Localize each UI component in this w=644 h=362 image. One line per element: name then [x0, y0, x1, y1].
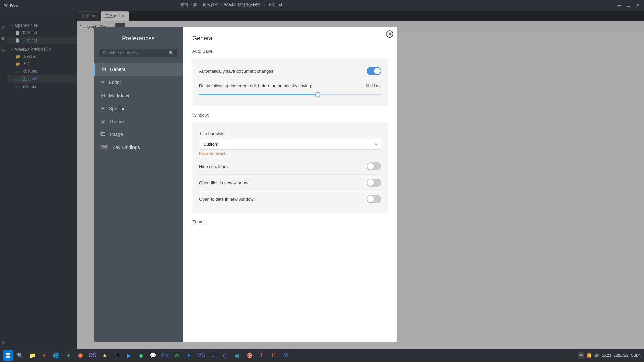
open-folders-toggle[interactable]: [367, 195, 381, 203]
spelling-icon: ✦: [101, 105, 105, 112]
pref-nav-editor[interactable]: ✏ Editor: [94, 76, 183, 89]
delay-slider-track: [199, 94, 381, 95]
windows-start-button[interactable]: [3, 350, 13, 361]
pref-nav-markdown[interactable]: ⊟ Markdown: [94, 89, 183, 102]
open-files-row: Open files in new window:: [199, 175, 381, 191]
taskbar-orange-icon[interactable]: ⬟: [75, 350, 86, 361]
open-folders-toggle-knob: [367, 196, 374, 202]
theme-icon: ◎: [101, 118, 105, 125]
title-bar-controls: ─ ▭ ✕: [618, 3, 640, 8]
search-input[interactable]: [103, 51, 166, 55]
breadcrumb-sep-1: ›: [199, 3, 201, 7]
taskbar: 🔍 📁 ● 🌐 ✦ ⬟ DS ★ 🗂 ▶ ◆ 💬 Ps W e VS J ⬡ ◉…: [0, 349, 644, 362]
preferences-title: Preferences: [94, 35, 183, 42]
open-files-toggle[interactable]: [367, 179, 381, 187]
pref-nav-image-label: Image: [110, 132, 123, 137]
breadcrumb-sep-3: ›: [264, 3, 265, 7]
titlebar-style-label: Title bar style:: [199, 131, 226, 136]
taskbar-ds-icon[interactable]: DS: [87, 350, 98, 361]
taskbar-network-icon: 📶: [587, 353, 592, 358]
taskbar-last-icon[interactable]: M: [280, 350, 291, 361]
window-section-label: Window:: [192, 113, 388, 118]
breadcrumb-item-1: 软件工程: [181, 2, 197, 8]
pref-nav-theme[interactable]: ◎ Theme: [94, 115, 183, 128]
open-folders-label: Open folders in new window:: [199, 197, 255, 202]
maximize-button[interactable]: ▭: [626, 3, 631, 8]
delay-slider-thumb[interactable]: [315, 92, 320, 97]
close-button[interactable]: ✕: [636, 3, 640, 8]
breadcrumb: 软件工程 › 博客作业 › Week2-软件案例分析 › 正文.md: [181, 2, 282, 8]
auto-save-row: Automatically save document changes:: [199, 63, 381, 79]
taskbar-ps-icon[interactable]: Ps: [160, 350, 170, 361]
image-icon: 🖼: [101, 131, 106, 137]
delay-slider-container[interactable]: [199, 91, 381, 97]
markdown-icon: ⊟: [101, 92, 105, 99]
breadcrumb-item-4: 正文.md: [267, 2, 282, 8]
breadcrumb-sep-2: ›: [221, 3, 222, 7]
pref-nav-keybindings[interactable]: ⌨ Key Bindings: [94, 141, 183, 154]
hide-scrollbars-row: Hide scrollbars:: [199, 158, 381, 175]
delay-label: Delay following document edit before aut…: [199, 83, 312, 88]
taskbar-edge-icon[interactable]: e: [184, 350, 195, 361]
taskbar-vs-icon[interactable]: VS: [196, 350, 207, 361]
pref-nav-image[interactable]: 🖼 Image: [94, 128, 183, 141]
taskbar-files-icon[interactable]: 📁: [27, 350, 38, 361]
auto-save-card: Automatically save document changes: Del…: [192, 58, 388, 106]
taskbar-right: 中 📶 🔊 15:23 2021/3/2 CSDN: [578, 352, 641, 359]
hide-scrollbars-toggle-knob: [367, 163, 374, 170]
auto-save-toggle[interactable]: [367, 67, 381, 75]
keybindings-icon: ⌨: [101, 144, 108, 150]
general-panel-title: General: [192, 35, 388, 42]
auto-save-section-label: Auto Save:: [192, 49, 388, 54]
taskbar-word-icon[interactable]: W: [172, 350, 182, 361]
taskbar-yellow-icon[interactable]: ★: [99, 350, 110, 361]
title-bar-left: W 4905: [4, 3, 18, 8]
taskbar-folder2-icon[interactable]: 🗂: [111, 350, 122, 361]
taskbar-pycharm-icon[interactable]: ▶: [123, 350, 134, 361]
general-panel: ✕ General Auto Save: Automatically save …: [183, 27, 397, 342]
general-icon: ⊞: [102, 66, 106, 72]
taskbar-app20-icon[interactable]: 🎯: [244, 350, 255, 361]
taskbar-red-icon[interactable]: ●: [39, 350, 50, 361]
taskbar-wechat-icon[interactable]: 💬: [148, 350, 158, 361]
taskbar-csdn: CSDN: [631, 353, 641, 357]
search-box[interactable]: 🔍: [99, 49, 177, 57]
taskbar-green-icon[interactable]: ◆: [136, 350, 146, 361]
open-folders-row: Open folders in new window:: [199, 191, 381, 207]
restart-note: Requires restart.: [199, 151, 226, 155]
preferences-close-button[interactable]: ✕: [386, 30, 393, 38]
taskbar-ppt-icon[interactable]: P: [268, 350, 279, 361]
hide-scrollbars-label: Hide scrollbars:: [199, 164, 229, 169]
pref-nav-spelling[interactable]: ✦ Spelling: [94, 102, 183, 115]
svg-rect-3: [8, 356, 10, 358]
pref-nav-keybindings-label: Key Bindings: [112, 145, 140, 150]
auto-save-toggle-knob: [374, 68, 381, 74]
editor-icon: ✏: [101, 79, 105, 85]
minimize-button[interactable]: ─: [618, 3, 621, 8]
titlebar-dropdown-value: Custom: [203, 142, 218, 147]
open-files-label: Open files in new window:: [199, 180, 249, 185]
taskbar-chrome-icon[interactable]: 🌐: [51, 350, 62, 361]
hide-scrollbars-toggle[interactable]: [367, 162, 381, 170]
auto-save-label: Automatically save document changes:: [199, 69, 274, 74]
breadcrumb-item-3: Week2-软件案例分析: [224, 2, 262, 8]
taskbar-typora-icon[interactable]: T: [256, 350, 267, 361]
taskbar-teal-icon[interactable]: ◉: [232, 350, 243, 361]
taskbar-app5-icon[interactable]: ✦: [63, 350, 74, 361]
zoom-section-label: Zoom:: [192, 219, 388, 224]
dropdown-arrow-icon: ▾: [375, 142, 377, 147]
taskbar-search-icon[interactable]: 🔍: [15, 350, 25, 361]
search-icon: 🔍: [169, 51, 174, 55]
taskbar-volume-icon: 🔊: [594, 353, 599, 358]
delay-row: Delay following document edit before aut…: [199, 79, 381, 101]
title-bar: W 4905 软件工程 › 博客作业 › Week2-软件案例分析 › 正文.m…: [0, 0, 644, 11]
taskbar-purple-icon[interactable]: ⬡: [220, 350, 231, 361]
taskbar-lang: 中: [578, 352, 584, 359]
open-files-toggle-knob: [367, 179, 374, 186]
breadcrumb-item-2: 博客作业: [203, 2, 219, 8]
window-card: Title bar style: Custom ▾ Requires resta…: [192, 122, 388, 213]
pref-nav-general[interactable]: ⊞ General: [94, 63, 183, 76]
titlebar-dropdown[interactable]: Custom ▾: [199, 139, 381, 150]
pref-nav-theme-label: Theme: [109, 119, 124, 124]
taskbar-blue-icon[interactable]: J: [208, 350, 219, 361]
